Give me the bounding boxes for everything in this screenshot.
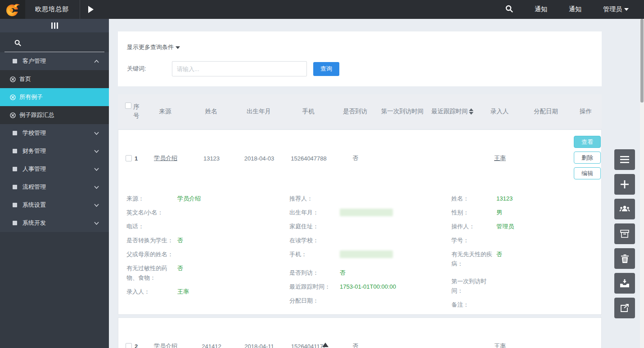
menu-label: 客户管理 — [23, 57, 46, 65]
detail-field: 出生年月： — [289, 208, 451, 217]
flame-logo-icon — [5, 2, 20, 17]
detail-field: 有无先天性的疾病：否 — [451, 250, 595, 268]
toggle-bar-icon — [51, 22, 53, 29]
col-assign-date: 分配日期 — [522, 107, 570, 116]
circle-x-icon — [10, 76, 16, 82]
cell-visited: 否 — [333, 342, 378, 348]
keyword-input[interactable] — [172, 61, 307, 76]
assign-users-button[interactable] — [614, 199, 635, 219]
col-phone: 手机 — [284, 107, 333, 116]
sidebar-item-hr-mgmt[interactable]: 人事管理 — [0, 160, 109, 178]
more-filters-label: 显示更多查询条件 — [127, 44, 174, 50]
row-index: 2 — [135, 343, 138, 348]
redacted-value — [340, 209, 393, 216]
col-name: 姓名 — [188, 107, 234, 116]
detail-field: 在读学校： — [289, 236, 451, 245]
cell-visited: 否 — [333, 154, 378, 162]
query-button[interactable]: 查询 — [313, 62, 339, 76]
sidebar-item-all-cases[interactable]: 所有例子 — [0, 88, 109, 106]
delete-button[interactable]: 删除 — [574, 152, 601, 164]
col-operations: 操作 — [570, 107, 602, 116]
hamburger-icon — [620, 156, 629, 163]
caret-down-icon — [624, 8, 629, 11]
record-row-expanded: 1 学员介绍 13123 2018-04-03 15264047788 否 王率… — [118, 129, 602, 315]
cell-name: 13123 — [189, 155, 234, 162]
table-row: 1 学员介绍 13123 2018-04-03 15264047788 否 王率… — [118, 130, 601, 187]
detail-field: 是否到访：否 — [289, 268, 451, 277]
detail-field: 姓名：13123 — [451, 194, 595, 203]
expand-arrow-icon[interactable] — [88, 6, 94, 13]
download-tray-icon — [620, 279, 629, 287]
menu-label: 例子跟踪汇总 — [19, 111, 54, 119]
trash-icon — [621, 254, 629, 263]
detail-field: 是否转换为学生：否 — [126, 236, 289, 245]
chevron-up-icon — [94, 60, 99, 63]
cell-recorder: 王率 — [477, 342, 522, 348]
col-seq: 序号 — [133, 103, 140, 120]
detail-field: 性别：男 — [451, 208, 595, 217]
col-source: 来源 — [142, 107, 188, 116]
sidebar: 客户管理 首页 所有例子 例子跟踪汇总 学校管理 财务管理 人事管理 流程管理 … — [0, 19, 109, 348]
detail-field: 家庭住址： — [289, 222, 451, 231]
sort-desc-icon — [469, 112, 473, 115]
table-header: 序号 来源 姓名 出生年月 手机 是否到访 第一次到访时间 最近跟踪时间 录入人… — [118, 94, 602, 129]
square-icon — [13, 131, 17, 135]
chevron-down-icon — [94, 168, 99, 171]
notification-link-2[interactable]: 通知 — [569, 5, 581, 13]
topbar-divider — [80, 0, 80, 19]
sidebar-item-home[interactable]: 首页 — [0, 70, 109, 88]
circle-x-icon — [10, 94, 16, 100]
sidebar-toggle[interactable] — [0, 19, 109, 32]
detail-field: 来源：学员介绍 — [126, 194, 289, 203]
add-button[interactable] — [614, 174, 635, 195]
tooltip-arrow — [322, 343, 329, 347]
sort-icons[interactable] — [469, 108, 473, 115]
menu-label: 所有例子 — [19, 93, 43, 101]
notification-link-1[interactable]: 通知 — [535, 5, 547, 13]
col-last-track: 最近跟踪时间 — [428, 107, 477, 116]
delete-rail-button[interactable] — [614, 248, 635, 269]
col-visited: 是否到访 — [333, 107, 377, 116]
row-checkbox[interactable] — [126, 343, 132, 348]
sidebar-item-process-mgmt[interactable]: 流程管理 — [0, 178, 109, 196]
record-row: 2 学员介绍 241412 2018-04-11 15264041172 否 王… — [118, 317, 602, 348]
row-checkbox[interactable] — [126, 155, 132, 161]
sidebar-search-icon — [14, 40, 21, 46]
menu-label: 系统设置 — [23, 201, 46, 209]
cell-name: 241412 — [189, 343, 234, 348]
view-button[interactable]: 查看 — [574, 136, 601, 148]
app-logo[interactable] — [0, 0, 25, 19]
edit-button[interactable]: 编辑 — [574, 167, 601, 179]
col-recorder: 录入人 — [477, 107, 522, 116]
search-icon[interactable] — [505, 5, 513, 14]
sidebar-item-system-dev[interactable]: 系统开发 — [0, 214, 109, 232]
square-icon — [13, 203, 17, 207]
detail-field: 英文名/小名： — [126, 208, 289, 217]
scrollbar-thumb[interactable] — [640, 19, 644, 103]
detail-field: 分配日期： — [289, 296, 451, 305]
sidebar-item-case-tracking[interactable]: 例子跟踪汇总 — [0, 106, 109, 124]
more-filters-link[interactable]: 显示更多查询条件 — [127, 43, 593, 51]
sidebar-item-system-settings[interactable]: 系统设置 — [0, 196, 109, 214]
admin-menu[interactable]: 管理员 — [603, 5, 629, 13]
scrollbar-track[interactable] — [640, 19, 644, 348]
sidebar-item-finance-mgmt[interactable]: 财务管理 — [0, 142, 109, 160]
sidebar-search[interactable] — [5, 34, 104, 52]
topbar: 欧思培总部 通知 通知 管理员 — [0, 0, 644, 19]
sidebar-item-school-mgmt[interactable]: 学校管理 — [0, 124, 109, 142]
sidebar-item-customer-mgmt[interactable]: 客户管理 — [0, 52, 109, 70]
chevron-down-icon — [94, 222, 99, 225]
detail-field: 第一次到访时间： — [451, 277, 595, 295]
select-all-checkbox[interactable] — [125, 103, 131, 109]
cell-source[interactable]: 学员介绍 — [143, 342, 189, 348]
recorder-link[interactable]: 王率 — [494, 155, 506, 161]
source-link[interactable]: 学员介绍 — [154, 155, 177, 161]
import-button[interactable] — [614, 273, 635, 294]
menu-button[interactable] — [614, 149, 635, 170]
export-button[interactable] — [614, 298, 635, 318]
archive-button[interactable] — [614, 223, 635, 244]
archive-box-icon — [620, 230, 629, 238]
menu-label: 学校管理 — [23, 129, 46, 137]
menu-label: 人事管理 — [23, 165, 46, 173]
square-icon — [13, 167, 17, 171]
